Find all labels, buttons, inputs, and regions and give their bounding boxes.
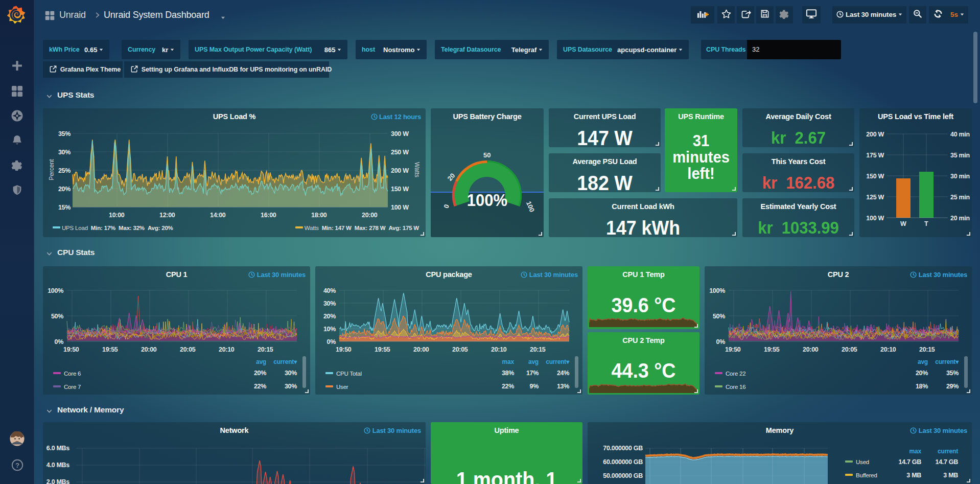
svg-text:20: 20: [446, 172, 457, 182]
svg-text:?: ?: [15, 462, 19, 469]
svg-text:50: 50: [483, 151, 491, 159]
